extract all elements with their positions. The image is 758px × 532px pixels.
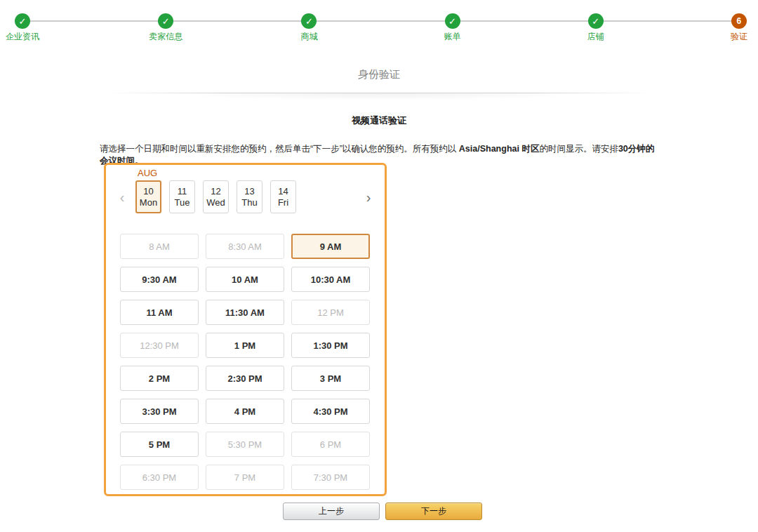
next-dates-chevron-icon[interactable]: ›: [361, 188, 376, 206]
time-slot-8-30-am: 8:30 AM: [206, 234, 284, 259]
stepper-step-label: 商城: [300, 31, 317, 43]
date-card-11-tue[interactable]: 11Tue: [169, 180, 195, 213]
month-label: AUG: [138, 168, 157, 178]
time-slot-9-am[interactable]: 9 AM: [291, 234, 370, 259]
time-slot-5-30-pm: 5:30 PM: [206, 432, 284, 457]
step-number-badge: 6: [731, 13, 747, 29]
date-weekday: Tue: [175, 197, 190, 208]
registration-page: ✓企业资讯✓卖家信息✓商城✓账单✓店铺6验证 身份验证 视频通话验证 请选择一个…: [0, 0, 758, 532]
time-slot-6-pm: 6 PM: [291, 432, 370, 457]
time-slot-11-30-am[interactable]: 11:30 AM: [206, 300, 284, 325]
time-slot-7-pm: 7 PM: [206, 465, 284, 490]
stepper-step-label: 企业资讯: [6, 31, 39, 43]
next-button[interactable]: 下一步: [385, 503, 482, 520]
date-card-12-wed[interactable]: 12Wed: [203, 180, 229, 213]
back-button[interactable]: 上一步: [283, 503, 380, 520]
instruction-segment: 请选择一个日期和时间以重新安排您的预约，然后单击“下一步”以确认您的预约。所有预…: [100, 144, 459, 154]
time-slot-2-pm[interactable]: 2 PM: [120, 366, 199, 391]
check-icon: ✓: [588, 13, 604, 29]
time-slot-4-30-pm[interactable]: 4:30 PM: [291, 399, 370, 424]
date-day-number: 11: [178, 186, 187, 197]
time-slot-2-30-pm[interactable]: 2:30 PM: [206, 366, 284, 391]
check-icon: ✓: [158, 13, 173, 29]
date-weekday: Mon: [140, 197, 157, 208]
time-slot-5-pm[interactable]: 5 PM: [120, 432, 199, 457]
check-icon: ✓: [445, 13, 460, 29]
stepper-step-label: 账单: [444, 31, 461, 43]
stepper-step-label: 店铺: [587, 31, 604, 43]
time-slot-11-am[interactable]: 11 AM: [120, 300, 199, 325]
time-slot-grid: 8 AM8:30 AM9 AM9:30 AM10 AM10:30 AM11 AM…: [120, 234, 370, 490]
check-icon: ✓: [15, 13, 30, 29]
date-card-10-mon[interactable]: 10Mon: [135, 180, 161, 213]
time-slot-1-pm[interactable]: 1 PM: [206, 333, 284, 358]
section-title: 视频通话验证: [0, 114, 758, 127]
instruction-segment: 的时间显示。请安排: [539, 144, 618, 154]
appointment-scheduler: AUG ‹ › 10Mon11Tue12Wed13Thu14Fri 8 AM8:…: [104, 163, 387, 496]
date-day-number: 12: [211, 186, 220, 197]
stepper-step-label: 验证: [731, 31, 747, 43]
date-weekday: Thu: [241, 197, 257, 208]
title-divider: [105, 93, 653, 104]
date-day-number: 10: [143, 186, 153, 197]
time-slot-9-30-am[interactable]: 9:30 AM: [120, 267, 199, 292]
time-slot-12-30-pm: 12:30 PM: [120, 333, 199, 358]
time-slot-12-pm: 12 PM: [291, 300, 370, 325]
date-weekday: Fri: [278, 197, 288, 208]
time-slot-10-30-am[interactable]: 10:30 AM: [291, 267, 370, 292]
date-day-number: 14: [278, 186, 288, 197]
stepper-steps: ✓企业资讯✓卖家信息✓商城✓账单✓店铺6验证: [22, 13, 739, 43]
instruction-segment: Asia/Shanghai 时区: [459, 144, 540, 154]
time-slot-4-pm[interactable]: 4 PM: [206, 399, 284, 424]
date-card-14-fri[interactable]: 14Fri: [270, 180, 296, 213]
prev-dates-chevron-icon[interactable]: ‹: [114, 188, 130, 206]
stepper-step-label: 卖家信息: [149, 31, 182, 43]
time-slot-8-am: 8 AM: [120, 234, 199, 259]
time-slot-3-pm[interactable]: 3 PM: [291, 366, 370, 391]
date-strip: 10Mon11Tue12Wed13Thu14Fri: [135, 180, 296, 213]
date-day-number: 13: [244, 186, 254, 197]
time-slot-1-30-pm[interactable]: 1:30 PM: [291, 333, 370, 358]
date-card-13-thu[interactable]: 13Thu: [237, 180, 262, 213]
check-icon: ✓: [301, 13, 317, 29]
date-weekday: Wed: [206, 197, 225, 208]
progress-stepper: ✓企业资讯✓卖家信息✓商城✓账单✓店铺6验证: [22, 13, 739, 43]
time-slot-10-am[interactable]: 10 AM: [206, 267, 284, 292]
time-slot-6-30-pm: 6:30 PM: [120, 465, 199, 490]
time-slot-3-30-pm[interactable]: 3:30 PM: [120, 399, 199, 424]
page-title: 身份验证: [0, 68, 758, 81]
time-slot-7-30-pm: 7:30 PM: [291, 465, 370, 490]
